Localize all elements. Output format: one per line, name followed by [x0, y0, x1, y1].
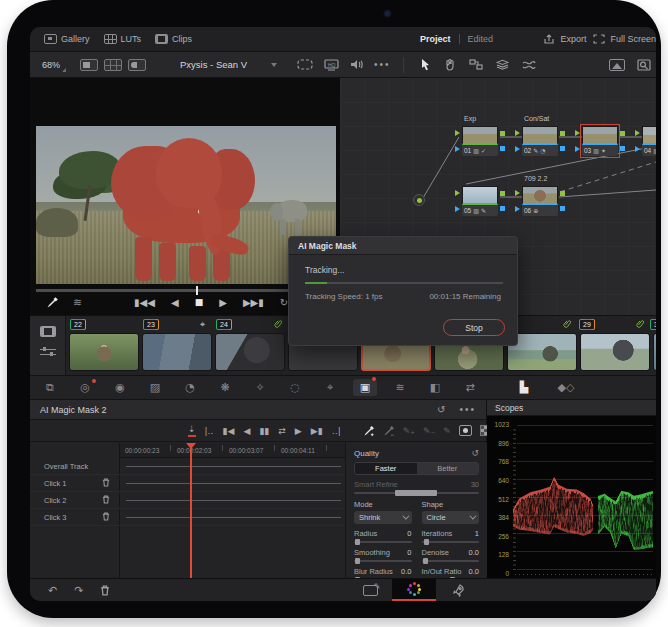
qualifier-icon[interactable]: ✧	[248, 381, 272, 394]
timeline-ruler[interactable]: 00:00:00:23 00:00:02:03 00:00:03:07 00:0…	[120, 443, 345, 458]
play-reverse-button[interactable]: ◀	[243, 426, 250, 436]
grid-viewer-icon[interactable]	[104, 59, 122, 71]
delete-track-icon[interactable]	[102, 478, 110, 487]
redo-button[interactable]: ↷	[74, 584, 83, 597]
tab-edit-page[interactable]	[348, 579, 392, 601]
export-button[interactable]: Export	[543, 34, 586, 45]
hand-tool-icon[interactable]	[444, 58, 456, 71]
tracker-icon[interactable]: ⌖	[318, 381, 342, 394]
quality-reset-icon[interactable]: ↺	[471, 448, 479, 458]
node-input-key[interactable]	[575, 146, 580, 152]
tab-faster[interactable]: Faster	[355, 463, 417, 474]
timeline-playhead[interactable]	[190, 443, 192, 578]
node-output-key[interactable]	[620, 146, 625, 151]
zoom-level-selector[interactable]: 68%	[42, 60, 66, 70]
mask-timeline[interactable]: 00:00:00:23 00:00:02:03 00:00:03:07 00:0…	[30, 443, 345, 578]
bypass-icon[interactable]	[297, 59, 313, 70]
node-input-key[interactable]	[515, 206, 520, 212]
magic-mask-icon[interactable]: ▣	[353, 379, 377, 396]
slider-thumb[interactable]	[424, 539, 429, 545]
overlay-layers-icon[interactable]: ≋	[73, 296, 82, 309]
speaker-icon[interactable]	[350, 59, 363, 70]
clip-title-dropdown-icon[interactable]	[271, 63, 277, 67]
clip-thumbnail[interactable]	[69, 333, 139, 371]
power-window-icon[interactable]: ◌	[283, 381, 307, 394]
node-input-key[interactable]	[455, 206, 460, 212]
timeline-clips-icon[interactable]	[40, 326, 56, 337]
reset-icon[interactable]: ↺	[437, 404, 445, 415]
delete-track-icon[interactable]	[102, 495, 110, 504]
slider-thumb[interactable]	[395, 490, 436, 496]
split-wipe-icon[interactable]	[128, 59, 146, 71]
key-icon[interactable]: ◧	[423, 381, 447, 394]
clip-thumbnail[interactable]	[653, 333, 656, 371]
color-wheels-icon[interactable]: ◎	[73, 381, 97, 394]
go-to-end-button[interactable]: ▶▶▮	[243, 297, 264, 308]
undo-button[interactable]: ↶	[48, 584, 57, 597]
play-button[interactable]: ▶	[219, 297, 227, 308]
sizing-icon[interactable]: ⇄	[458, 381, 482, 394]
delete-button[interactable]	[100, 585, 110, 596]
node-input-rgb[interactable]	[455, 130, 460, 136]
node-input-key[interactable]	[515, 146, 520, 152]
node-input-rgb[interactable]	[515, 130, 520, 136]
go-to-start-button[interactable]: ▮◀	[223, 426, 235, 436]
color-warper-icon[interactable]: ❋	[213, 381, 237, 394]
pause-button[interactable]: ▮▮	[259, 426, 269, 436]
node-input-rgb[interactable]	[515, 190, 520, 196]
scopes-toggle-icon[interactable]: ▙	[512, 381, 536, 394]
denoise-slider[interactable]	[422, 560, 480, 562]
hq-monitor-icon[interactable]: HQ	[324, 59, 339, 71]
step-track-icon[interactable]: |‥	[205, 426, 214, 436]
mask-overlay-toggle-icon[interactable]	[459, 425, 472, 436]
clip-thumbnail[interactable]	[215, 333, 285, 371]
full-screen-button[interactable]: Full Screen	[593, 34, 656, 44]
stop-button[interactable]: ■	[195, 297, 204, 307]
luts-button[interactable]: LUTs	[104, 34, 142, 44]
delete-track-icon[interactable]	[102, 512, 110, 521]
erase-stroke-icon[interactable]: ✎	[443, 426, 451, 436]
clip-thumbnail[interactable]	[142, 333, 212, 371]
blur-icon[interactable]: ≋	[388, 381, 412, 394]
node-output-rgb[interactable]	[560, 131, 565, 136]
hue-curves-icon[interactable]: ◔	[178, 381, 202, 394]
node-output-rgb[interactable]	[500, 131, 505, 136]
track-row[interactable]: Click 2	[30, 492, 345, 509]
panel-more-menu-icon[interactable]: •••	[459, 404, 476, 415]
shape-dropdown[interactable]: Circle	[422, 511, 480, 524]
track-row[interactable]: Click 3	[30, 509, 345, 526]
node-output-rgb[interactable]	[620, 131, 625, 136]
node-input-rgb[interactable]	[575, 130, 580, 136]
viewer-more-menu-icon[interactable]: •••	[374, 59, 391, 70]
track-forward-icon[interactable]: ⇣	[188, 424, 196, 437]
slider-thumb[interactable]	[423, 558, 428, 564]
clip-filter-icon[interactable]	[40, 347, 56, 357]
track-row[interactable]: Overall Track	[30, 458, 345, 475]
loop-button[interactable]: ↻	[280, 297, 288, 308]
clip-thumbnail[interactable]	[580, 333, 650, 371]
add-node-icon[interactable]	[469, 59, 483, 70]
node-02[interactable]: Con/Sat 02✎◔	[522, 126, 558, 156]
curves-icon[interactable]: ▨	[143, 381, 167, 394]
play-button[interactable]: ▶	[295, 426, 302, 436]
pointer-tool-icon[interactable]	[420, 58, 431, 71]
slider-thumb[interactable]	[355, 558, 360, 564]
clips-button[interactable]: Clips	[155, 34, 192, 44]
mode-dropdown[interactable]: Shrink	[354, 511, 412, 524]
play-reverse-button[interactable]: ◀	[171, 297, 179, 308]
go-to-start-button[interactable]: ▮◀◀	[134, 297, 155, 308]
single-viewer-icon[interactable]	[80, 59, 98, 71]
layers-icon[interactable]	[496, 59, 509, 71]
shuttle-icon[interactable]: ⇄	[278, 426, 286, 436]
smoothing-slider[interactable]	[354, 560, 412, 562]
iterations-slider[interactable]	[422, 541, 480, 543]
add-paint-stroke-icon[interactable]: ✎₊	[403, 426, 415, 436]
lightbox-icon[interactable]	[637, 59, 652, 71]
node-output-rgb[interactable]	[560, 191, 565, 196]
node-output-key[interactable]	[560, 146, 565, 151]
remove-stroke-eyedropper-icon[interactable]	[383, 425, 395, 437]
grab-still-icon[interactable]	[609, 59, 625, 71]
node-input-key[interactable]	[455, 146, 460, 152]
go-to-end-button[interactable]: ▶▮	[311, 426, 323, 436]
node-output-key[interactable]	[560, 206, 565, 211]
